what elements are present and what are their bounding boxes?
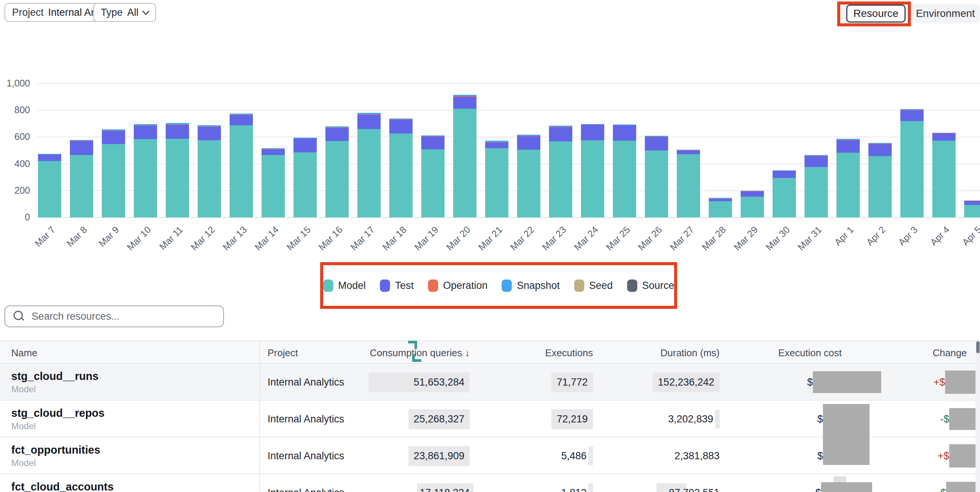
bar-apr-5[interactable] bbox=[964, 200, 980, 217]
cost-currency: $ bbox=[807, 377, 813, 388]
change-prefix: +$ bbox=[934, 377, 945, 388]
bar-mar-21[interactable] bbox=[485, 141, 508, 217]
bar-segment-test bbox=[325, 128, 349, 141]
bar-mar-15[interactable] bbox=[293, 138, 317, 217]
bar-mar-14[interactable] bbox=[261, 148, 285, 217]
bar-mar-20[interactable] bbox=[453, 95, 476, 217]
bar-segment-test bbox=[805, 156, 828, 167]
legend-label: Operation bbox=[443, 280, 488, 292]
bar-mar-22[interactable] bbox=[517, 135, 540, 217]
legend-item-test[interactable]: Test bbox=[380, 280, 414, 292]
bar-mar-18[interactable] bbox=[389, 118, 413, 217]
bar-mar-13[interactable] bbox=[230, 113, 253, 217]
bar-segment-test bbox=[102, 131, 125, 144]
column-header-execution-cost[interactable]: Execution cost bbox=[778, 341, 842, 364]
bar-mar-11[interactable] bbox=[166, 123, 189, 217]
bar-segment-test bbox=[549, 127, 572, 141]
bar-mar-12[interactable] bbox=[198, 125, 221, 217]
bar-segment-test bbox=[517, 136, 540, 150]
bar-segment-test bbox=[900, 110, 924, 121]
y-axis-tick: 200 bbox=[1, 185, 30, 196]
column-divider bbox=[259, 340, 260, 492]
column-header-change[interactable]: Change bbox=[933, 341, 967, 364]
change-redaction bbox=[945, 371, 975, 394]
search-box bbox=[5, 305, 224, 327]
cursor-marker-bottom bbox=[412, 354, 421, 362]
bar-apr-2[interactable] bbox=[869, 143, 892, 217]
bar-mar-8[interactable] bbox=[70, 140, 93, 217]
bar-mar-7[interactable] bbox=[38, 154, 61, 217]
bar-mar-31[interactable] bbox=[805, 155, 828, 217]
name-cell: fct_cloud_accountsModel bbox=[11, 474, 113, 492]
bar-segment-model bbox=[485, 148, 508, 217]
bar-mar-28[interactable] bbox=[709, 198, 732, 217]
bar-apr-1[interactable] bbox=[837, 139, 860, 217]
change-cell: -$ bbox=[937, 474, 975, 492]
bar-segment-model bbox=[709, 201, 732, 217]
bar-mar-16[interactable] bbox=[325, 126, 349, 217]
table-row-fct_cloud_accounts[interactable]: fct_cloud_accountsModelInternal Analytic… bbox=[0, 474, 980, 492]
cost-redaction-overlay bbox=[823, 404, 870, 465]
operation-swatch-icon bbox=[428, 280, 438, 292]
bar-mar-19[interactable] bbox=[421, 136, 444, 217]
bar-segment-test bbox=[485, 142, 508, 148]
legend-item-source[interactable]: Source bbox=[627, 280, 675, 292]
bar-segment-test bbox=[837, 140, 860, 153]
bar-segment-test bbox=[964, 201, 980, 205]
scrollbar-thumb[interactable] bbox=[976, 341, 980, 353]
executions-cell: 5,486 bbox=[561, 438, 593, 474]
cost-currency: $ bbox=[817, 450, 823, 462]
bar-segment-model bbox=[70, 155, 93, 217]
cost-currency: $ bbox=[817, 414, 823, 425]
legend-item-operation[interactable]: Operation bbox=[428, 280, 488, 292]
search-icon bbox=[14, 311, 25, 322]
bar-mar-27[interactable] bbox=[677, 150, 700, 217]
bar-segment-model bbox=[517, 150, 540, 217]
bar-segment-test bbox=[932, 133, 956, 141]
bar-mar-29[interactable] bbox=[741, 191, 764, 217]
bar-mar-23[interactable] bbox=[549, 126, 572, 217]
project-cell: Internal Analytics bbox=[267, 438, 344, 474]
y-axis-tick: 1,000 bbox=[1, 78, 30, 89]
bar-mar-24[interactable] bbox=[581, 124, 604, 217]
change-redaction bbox=[946, 482, 975, 492]
duration-cell: 3,202,839 bbox=[668, 401, 720, 438]
cost-currency: $ bbox=[815, 487, 821, 492]
bar-mar-30[interactable] bbox=[773, 170, 796, 217]
bar-segment-model bbox=[677, 154, 700, 217]
consumption-queries-cell: 25,268,327 bbox=[409, 401, 470, 438]
bar-segment-test bbox=[869, 144, 892, 156]
bar-segment-test bbox=[198, 127, 221, 141]
legend-label: Source bbox=[642, 280, 675, 292]
bar-segment-model bbox=[645, 150, 668, 217]
bar-apr-4[interactable] bbox=[932, 133, 956, 217]
bar-mar-25[interactable] bbox=[613, 125, 636, 217]
legend-label: Seed bbox=[589, 280, 613, 292]
legend-item-snapshot[interactable]: Snapshot bbox=[502, 280, 560, 292]
legend-item-model[interactable]: Model bbox=[323, 280, 366, 292]
bar-mar-26[interactable] bbox=[645, 136, 668, 217]
gridline bbox=[38, 110, 980, 110]
name-cell: stg_cloud__runsModel bbox=[11, 364, 99, 401]
bar-segment-model bbox=[102, 144, 125, 217]
change-cell: -$ bbox=[940, 401, 975, 438]
bar-mar-17[interactable] bbox=[357, 113, 381, 217]
search-input[interactable] bbox=[31, 310, 209, 323]
column-header-duration-ms-[interactable]: Duration (ms) bbox=[660, 341, 720, 364]
duration-cell: 152,236,242 bbox=[653, 364, 720, 401]
table-row-stg_cloud__runs[interactable]: stg_cloud__runsModelInternal Analytics51… bbox=[0, 364, 980, 401]
resource-type: Model bbox=[11, 384, 36, 395]
resource-name: fct_opportunities bbox=[11, 444, 100, 456]
column-header-executions[interactable]: Executions bbox=[545, 341, 593, 364]
column-header-project[interactable]: Project bbox=[267, 341, 298, 364]
change-prefix: -$ bbox=[940, 414, 949, 425]
bar-segment-model bbox=[38, 161, 61, 217]
bar-mar-10[interactable] bbox=[134, 124, 157, 217]
bar-segment-model bbox=[325, 141, 349, 217]
column-header-name[interactable]: Name bbox=[11, 341, 37, 364]
duration-cell: 87,792,551 bbox=[669, 474, 720, 492]
bar-segment-model bbox=[134, 139, 157, 217]
bar-mar-9[interactable] bbox=[102, 129, 125, 217]
bar-apr-3[interactable] bbox=[900, 109, 924, 217]
legend-item-seed[interactable]: Seed bbox=[574, 280, 613, 292]
